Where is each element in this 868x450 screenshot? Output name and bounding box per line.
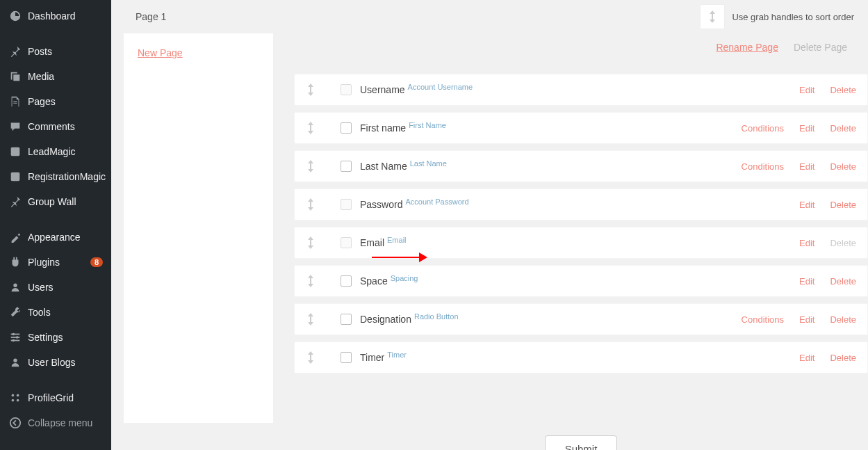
field-delete-link[interactable]: Delete — [830, 314, 856, 325]
drag-handle-icon[interactable] — [306, 313, 320, 326]
main-content: Page 1 Use grab handles to sort order Ne… — [111, 0, 868, 450]
drag-handle-icon[interactable] — [306, 275, 320, 287]
svg-rect-1 — [11, 172, 20, 182]
nav-dashboard[interactable]: Dashboard — [0, 3, 111, 29]
nav-leadmagic[interactable]: LeadMagic — [0, 139, 111, 164]
pages-icon — [8, 95, 22, 109]
svg-point-12 — [10, 418, 20, 428]
new-page-link[interactable]: New Page — [138, 47, 183, 58]
field-edit-link[interactable]: Edit — [799, 200, 814, 210]
nav-pages[interactable]: Pages — [0, 89, 111, 114]
nav-item-label: User Blogs — [28, 357, 103, 368]
field-conditions-link[interactable]: Conditions — [742, 314, 784, 325]
field-name: Space — [360, 275, 388, 287]
drag-handle-icon[interactable] — [306, 122, 320, 134]
field-row: First nameFirst NameConditionsEditDelete — [294, 112, 868, 144]
field-checkbox[interactable] — [341, 161, 352, 172]
field-delete-link[interactable]: Delete — [830, 161, 856, 172]
field-checkbox[interactable] — [341, 314, 352, 325]
nav-group-wall[interactable]: Group Wall — [0, 189, 111, 214]
svg-point-6 — [16, 336, 19, 339]
nav-appearance[interactable]: Appearance — [0, 225, 111, 250]
nav-item-label: Media — [28, 71, 103, 82]
field-checkbox — [341, 199, 352, 210]
nav-item-label: Collapse menu — [28, 417, 103, 428]
field-delete-link[interactable]: Delete — [830, 276, 856, 287]
nav-item-label: ProfileGrid — [28, 392, 103, 403]
fields-area: Rename Page Delete Page UsernameAccount … — [273, 33, 868, 450]
field-delete-link[interactable]: Delete — [830, 123, 856, 134]
field-delete-link: Delete — [830, 238, 856, 248]
collapse-icon — [8, 416, 22, 430]
field-edit-link[interactable]: Edit — [799, 161, 814, 172]
svg-point-10 — [12, 399, 15, 402]
nav-profilegrid[interactable]: ProfileGrid — [0, 385, 111, 410]
nav-media[interactable]: Media — [0, 64, 111, 89]
nav-item-label: Posts — [28, 46, 103, 57]
field-conditions-link[interactable]: Conditions — [742, 123, 784, 134]
nav-plugins[interactable]: Plugins8 — [0, 250, 111, 275]
field-edit-link[interactable]: Edit — [799, 85, 814, 95]
sort-handle-icon — [700, 4, 725, 29]
sort-hint-text: Use grab handles to sort order — [732, 12, 854, 22]
svg-point-11 — [17, 399, 19, 402]
field-delete-link[interactable]: Delete — [830, 353, 856, 363]
nav-user-blogs[interactable]: User Blogs — [0, 350, 111, 375]
field-checkbox[interactable] — [341, 122, 352, 134]
settings-icon — [8, 330, 22, 344]
field-checkbox[interactable] — [341, 352, 352, 363]
field-type: Email — [387, 236, 407, 244]
field-type: Radio Button — [414, 312, 459, 321]
svg-point-9 — [17, 394, 19, 397]
grid-icon — [8, 391, 22, 405]
users-icon — [8, 280, 22, 294]
field-name: Last Name — [360, 161, 407, 172]
nav-comments[interactable]: Comments — [0, 114, 111, 139]
nav-item-label: Comments — [28, 121, 103, 132]
field-name: Email — [360, 237, 384, 248]
field-delete-link[interactable]: Delete — [830, 200, 856, 210]
field-row: UsernameAccount UsernameEditDelete — [294, 74, 868, 106]
drag-handle-icon[interactable] — [306, 83, 320, 96]
nav-collapse-menu[interactable]: Collapse menu — [0, 410, 111, 435]
field-row: Last NameLast NameConditionsEditDelete — [294, 150, 868, 182]
field-type: Spacing — [391, 274, 418, 282]
users-icon — [8, 355, 22, 369]
field-name: Password — [360, 199, 402, 210]
field-edit-link[interactable]: Edit — [799, 353, 814, 363]
field-row: PasswordAccount PasswordEditDelete — [294, 188, 868, 220]
submit-button[interactable]: Submit — [545, 435, 618, 450]
field-row: DesignationRadio ButtonConditionsEditDel… — [294, 303, 868, 335]
field-edit-link[interactable]: Edit — [799, 123, 814, 134]
nav-item-label: Users — [28, 282, 103, 293]
page-actions: Rename Page Delete Page — [294, 33, 868, 74]
nav-registrationmagic[interactable]: RegistrationMagic — [0, 164, 111, 189]
drag-handle-icon[interactable] — [306, 351, 320, 364]
nav-item-label: LeadMagic — [28, 146, 103, 157]
field-edit-link[interactable]: Edit — [799, 276, 814, 287]
drag-handle-icon[interactable] — [306, 236, 320, 249]
drag-handle-icon[interactable] — [306, 160, 320, 172]
delete-page-link: Delete Page — [794, 42, 847, 53]
field-checkbox[interactable] — [341, 275, 352, 287]
field-row: TimerTimerEditDelete — [294, 341, 868, 373]
field-delete-link[interactable]: Delete — [830, 85, 856, 95]
rename-page-link[interactable]: Rename Page — [716, 42, 778, 53]
field-edit-link[interactable]: Edit — [799, 238, 814, 248]
nav-item-label: Tools — [28, 307, 103, 318]
field-conditions-link[interactable]: Conditions — [742, 161, 784, 172]
appearance-icon — [8, 230, 22, 244]
nav-item-label: Appearance — [28, 232, 103, 243]
field-row: SpaceSpacingEditDelete — [294, 265, 868, 297]
nav-item-label: Dashboard — [28, 10, 103, 22]
pin-icon — [8, 195, 22, 209]
nav-settings[interactable]: Settings — [0, 325, 111, 350]
field-edit-link[interactable]: Edit — [799, 314, 814, 325]
nav-posts[interactable]: Posts — [0, 39, 111, 64]
field-row: EmailEmailEditDelete — [294, 227, 868, 259]
nav-item-label: Settings — [28, 332, 103, 343]
nav-users[interactable]: Users — [0, 275, 111, 300]
drag-handle-icon[interactable] — [306, 198, 320, 211]
field-type: Timer — [387, 351, 407, 359]
nav-tools[interactable]: Tools — [0, 300, 111, 325]
